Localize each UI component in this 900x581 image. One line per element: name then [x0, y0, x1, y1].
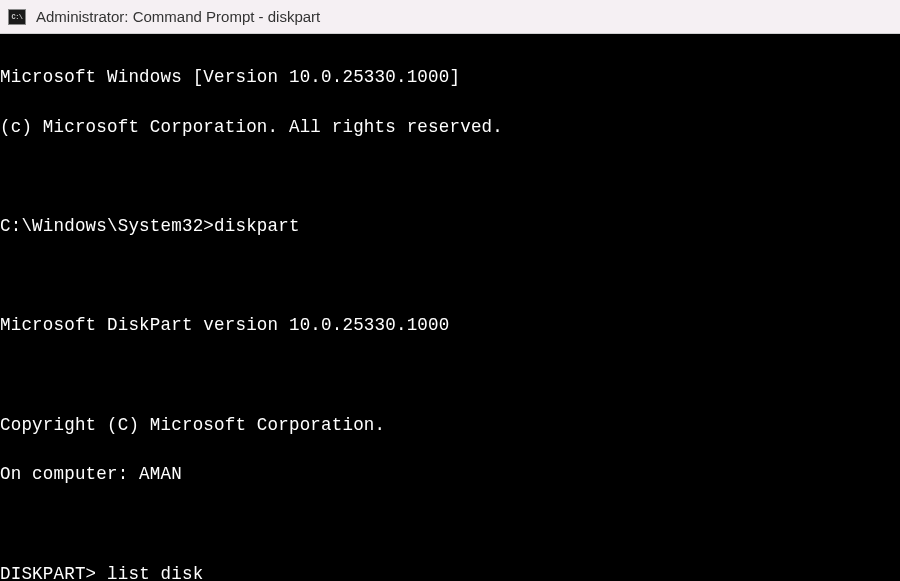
prompt-line: C:\Windows\System32>diskpart [0, 214, 900, 239]
window-titlebar: C:\ Administrator: Command Prompt - disk… [0, 0, 900, 34]
blank-line [0, 512, 900, 537]
prompt-path: C:\Windows\System32> [0, 216, 214, 236]
diskpart-copyright-line: Copyright (C) Microsoft Corporation. [0, 413, 900, 438]
blank-line [0, 164, 900, 189]
cmd-icon: C:\ [8, 9, 26, 25]
blank-line [0, 363, 900, 388]
diskpart-command: list disk [107, 564, 203, 581]
on-computer-line: On computer: AMAN [0, 462, 900, 487]
diskpart-prompt: DISKPART> [0, 564, 107, 581]
os-version-line: Microsoft Windows [Version 10.0.25330.10… [0, 65, 900, 90]
os-copyright-line: (c) Microsoft Corporation. All rights re… [0, 115, 900, 140]
window-title: Administrator: Command Prompt - diskpart [36, 8, 320, 25]
blank-line [0, 264, 900, 289]
diskpart-prompt-line: DISKPART> list disk [0, 562, 900, 581]
terminal-output[interactable]: Microsoft Windows [Version 10.0.25330.10… [0, 34, 900, 581]
diskpart-version-line: Microsoft DiskPart version 10.0.25330.10… [0, 313, 900, 338]
prompt-command: diskpart [214, 216, 300, 236]
